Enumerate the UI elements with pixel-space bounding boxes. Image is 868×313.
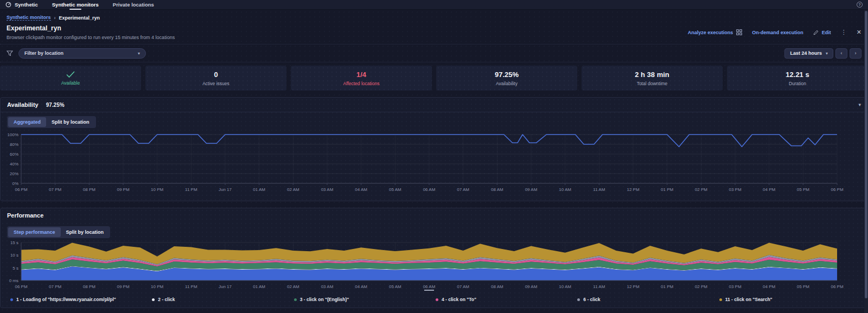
x-tick-label: 10 PM xyxy=(151,284,163,289)
y-tick-label: 80% xyxy=(10,142,18,147)
edit-button[interactable]: Edit xyxy=(813,30,831,35)
x-tick-label: 10 AM xyxy=(559,187,571,192)
tab-step-performance[interactable]: Step performance xyxy=(8,227,61,237)
chevron-down-icon: ▾ xyxy=(138,51,140,56)
page-header: Synthetic monitors › Experimental_ryn Ex… xyxy=(0,10,868,44)
x-tick-label: 04 PM xyxy=(763,284,775,289)
legend-item[interactable]: 11 - click on "Search" xyxy=(719,297,861,302)
check-icon xyxy=(66,71,75,78)
chevron-left-icon: ‹ xyxy=(841,50,843,56)
on-demand-execution-button[interactable]: On-demand execution xyxy=(752,30,803,35)
x-tick-label: 06 PM xyxy=(831,284,843,289)
legend-dot xyxy=(10,298,13,301)
x-tick-label: 02 PM xyxy=(695,187,707,192)
x-tick-label: Jun 17 xyxy=(219,187,232,192)
legend-label: 11 - click on "Search" xyxy=(725,297,773,302)
help-icon[interactable]: ? xyxy=(857,2,863,8)
legend-dot xyxy=(436,298,438,301)
chevron-down-icon: ▾ xyxy=(826,51,828,56)
x-tick-label: 05 PM xyxy=(797,187,809,192)
page-subtitle: Browser clickpath monitor configured to … xyxy=(7,35,175,40)
y-tick-label: 10 s xyxy=(10,253,18,258)
location-filter-dropdown[interactable]: Filter by location ▾ xyxy=(18,48,146,59)
x-tick-label: 05 AM xyxy=(389,187,401,192)
brand[interactable]: Synthetic xyxy=(5,2,38,8)
analyze-executions-label: Analyze executions xyxy=(688,30,733,35)
x-tick-label: 07 PM xyxy=(49,284,61,289)
legend-item[interactable]: 4 - click on "To" xyxy=(436,297,577,302)
x-tick-label: 01 PM xyxy=(661,284,673,289)
tab-split-by-location-performance[interactable]: Split by location xyxy=(61,227,110,237)
filter-icon xyxy=(7,50,13,56)
stat-value: 0 xyxy=(214,71,218,79)
stat-label: Availability xyxy=(496,81,518,86)
x-tick-label: 03 PM xyxy=(729,187,741,192)
y-tick-label: 5 s xyxy=(12,266,18,271)
x-tick-label: 05 PM xyxy=(797,284,809,289)
x-tick-label: Jun 17 xyxy=(219,284,232,289)
x-tick-label: 09 PM xyxy=(117,284,129,289)
x-tick-label: 03 AM xyxy=(321,187,334,192)
nav-tab-private-locations[interactable]: Private locations xyxy=(113,0,154,10)
x-tick-label: 04 PM xyxy=(763,187,775,192)
stat-label: Available xyxy=(61,80,80,86)
legend-dot xyxy=(294,298,297,301)
y-tick-label: 0 ms xyxy=(9,278,18,283)
chevron-right-icon: › xyxy=(855,50,857,56)
stat-value: 12.21 s xyxy=(786,71,809,79)
x-tick-label: 09 AM xyxy=(525,187,538,192)
kebab-menu-icon[interactable]: ⋮ xyxy=(841,29,847,36)
x-tick-label: 08 AM xyxy=(491,284,503,289)
stat-label: Duration xyxy=(789,81,806,86)
legend-label: 3 - click on "(English)" xyxy=(300,297,349,302)
on-demand-execution-label: On-demand execution xyxy=(752,30,803,35)
nav-tab-synthetic-monitors[interactable]: Synthetic monitors xyxy=(52,0,99,10)
performance-area-chart[interactable]: 15 s10 s5 s0 ms06 PM07 PM08 PM09 PM10 PM… xyxy=(1,239,868,291)
vertical-scrollbar[interactable] xyxy=(864,10,868,313)
marked-tick-underline xyxy=(424,290,434,291)
legend-dot xyxy=(719,298,722,301)
tab-split-by-location[interactable]: Split by location xyxy=(46,117,95,127)
tab-aggregated[interactable]: Aggregated xyxy=(8,117,46,127)
availability-tabs: Aggregated Split by location xyxy=(7,116,96,128)
availability-panel-value: 97.25% xyxy=(46,102,65,108)
availability-line-chart[interactable]: 100%80%60%40%20%0%06 PM07 PM08 PM09 PM10… xyxy=(1,129,868,199)
time-next-button[interactable]: › xyxy=(850,48,861,59)
legend-item[interactable]: 6 - click xyxy=(577,297,719,302)
legend-item[interactable]: 1 - Loading of "https://www.ryanair.com/… xyxy=(10,297,152,302)
analyze-executions-button[interactable]: Analyze executions xyxy=(688,29,743,35)
x-tick-label: 06 AM xyxy=(423,284,436,289)
legend-label: 2 - click xyxy=(158,297,175,302)
collapse-chevron-down-icon[interactable]: ▾ xyxy=(858,102,861,107)
x-tick-label: 07 PM xyxy=(49,187,61,192)
x-tick-label: 06 PM xyxy=(15,187,27,192)
x-tick-label: 02 PM xyxy=(695,284,707,289)
x-tick-label: 06 PM xyxy=(831,187,843,192)
breadcrumb-link-synthetic-monitors[interactable]: Synthetic monitors xyxy=(7,15,51,21)
performance-panel: Performance Step performance Split by lo… xyxy=(0,208,868,308)
y-tick-label: 60% xyxy=(10,152,18,157)
x-tick-label: 09 PM xyxy=(117,187,129,192)
legend-dot xyxy=(577,298,580,301)
stat-value: 97.25% xyxy=(495,71,519,79)
x-tick-label: 06 PM xyxy=(15,284,27,289)
breadcrumb-current: Experimental_ryn xyxy=(59,15,100,21)
stat-card-total-downtime: 2 h 38 min Total downtime xyxy=(582,66,723,91)
time-prev-button[interactable]: ‹ xyxy=(835,48,847,59)
scrollbar-thumb[interactable] xyxy=(865,11,867,298)
time-range-label: Last 24 hours xyxy=(790,50,822,56)
availability-chart[interactable]: 100%80%60%40%20%0%06 PM07 PM08 PM09 PM10… xyxy=(1,129,868,201)
legend-item[interactable]: 3 - click on "(English)" xyxy=(294,297,436,302)
close-icon[interactable]: ✕ xyxy=(857,29,861,36)
legend-item[interactable]: 2 - click xyxy=(152,297,293,302)
x-tick-label: 10 PM xyxy=(151,187,163,192)
performance-chart[interactable]: 15 s10 s5 s0 ms06 PM07 PM08 PM09 PM10 PM… xyxy=(1,239,868,293)
performance-legend: 1 - Loading of "https://www.ryanair.com/… xyxy=(1,293,867,308)
stat-label: Affected locations xyxy=(343,81,380,86)
time-range-dropdown[interactable]: Last 24 hours ▾ xyxy=(784,48,833,59)
x-tick-label: 07 AM xyxy=(457,284,469,289)
stat-label: Total downtime xyxy=(637,81,668,86)
stat-value: 1/4 xyxy=(356,71,366,79)
location-filter-placeholder: Filter by location xyxy=(24,50,63,56)
x-tick-label: 11 PM xyxy=(185,284,197,289)
